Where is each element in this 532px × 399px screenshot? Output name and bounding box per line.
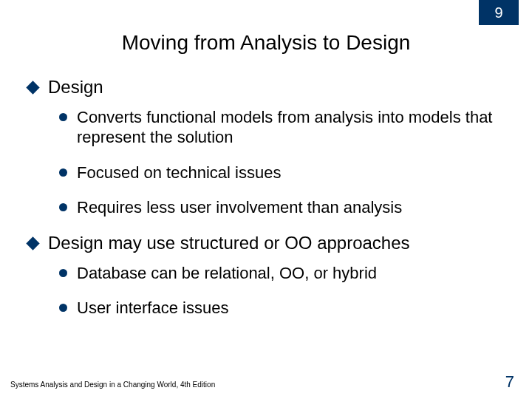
slide-title: Moving from Analysis to Design: [0, 31, 532, 55]
dot-icon: [59, 203, 67, 211]
bullet-text: Design: [48, 77, 103, 98]
bullet-level2: Requires less user involvement than anal…: [59, 197, 510, 218]
bullet-level2: Focused on technical issues: [59, 163, 510, 183]
bullet-level2: Converts functional models from analysis…: [59, 107, 510, 148]
bullet-text: Focused on technical issues: [77, 163, 281, 183]
footer-text: Systems Analysis and Design in a Changin…: [10, 381, 215, 389]
bullet-level2: User interface issues: [59, 298, 510, 318]
bullet-text: Database can be relational, OO, or hybri…: [77, 263, 377, 284]
diamond-icon: [26, 236, 39, 250]
page-number: 7: [505, 372, 514, 392]
slide-content: Design Converts functional models from a…: [28, 77, 510, 333]
dot-icon: [59, 304, 67, 312]
bullet-text: Converts functional models from analysis…: [77, 107, 502, 148]
dot-icon: [59, 168, 67, 177]
bullet-level1: Design: [28, 77, 510, 98]
bullet-level1: Design may use structured or OO approach…: [28, 233, 510, 254]
diamond-icon: [26, 81, 39, 94]
bullet-level2: Database can be relational, OO, or hybri…: [59, 263, 510, 284]
dot-icon: [59, 113, 67, 121]
bullet-text: Design may use structured or OO approach…: [48, 233, 410, 254]
bullet-text: User interface issues: [77, 298, 228, 318]
chapter-number-box: 9: [479, 0, 519, 25]
chapter-number: 9: [494, 4, 502, 21]
bullet-text: Requires less user involvement than anal…: [77, 197, 402, 218]
dot-icon: [59, 269, 67, 277]
